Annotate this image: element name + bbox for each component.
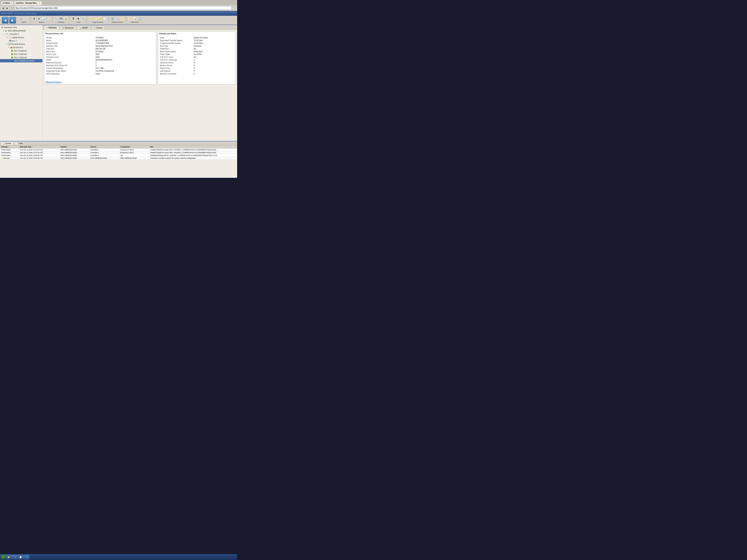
slot3-icon: 🔵 <box>11 59 14 62</box>
sidebar-item-slot3[interactable]: 🔵 Slot 3 (Global Hot Spare) <box>0 59 43 62</box>
partitioned-label: Partitioned <box>159 47 193 50</box>
detail-panel: ≡ Summary 🔍 Resources 📊 SMART 📋 Events <box>43 25 237 141</box>
firmware-label: Firmware Level <box>45 56 95 58</box>
sidebar-slot2-label: Slot 2 (Optimal) <box>14 56 27 58</box>
refresh-button[interactable]: ↻ <box>10 6 14 10</box>
tab-summary[interactable]: ≡ Summary <box>44 26 59 30</box>
system-icon4[interactable]: 📋 <box>46 17 51 21</box>
sidebar-item-logical-devices[interactable]: ▼ 📀 Logical Devices <box>0 36 43 39</box>
sidebar-item-sys[interactable]: 💾 sys ⓘ <box>0 39 43 43</box>
state-value: Global Hot Spare <box>193 36 234 39</box>
col-description[interactable]: Des <box>149 145 237 149</box>
settings-status-panel: Settings and Status State Global Hot Spa… <box>158 31 236 84</box>
bottom-tab-events[interactable]: 📋 Events <box>1 142 14 145</box>
sidebar-item-enterprise[interactable]: 🖥 Enterprise View <box>0 26 43 29</box>
interface-label: Interface Type <box>45 45 95 47</box>
maxcache-icon1[interactable]: ⚡ <box>128 17 132 21</box>
event-datetime-cell: Tue Jun 12 2018 13:41:46 CST <box>19 149 59 151</box>
system-icon1[interactable]: 🖥 <box>32 17 36 21</box>
logical-devices-icon: 📀 <box>8 36 11 39</box>
col-source[interactable]: Source ↕ <box>89 145 119 149</box>
physical-icon2[interactable]: 🔍 <box>115 17 120 21</box>
sidebar-item-controller1[interactable]: ▼ 🔧 Controller 1 <box>0 32 43 36</box>
physical-icon3[interactable]: ⚡ <box>120 17 125 21</box>
controller-label: Controller <box>57 21 65 23</box>
total-size-label: Total Size <box>45 47 95 50</box>
back-button[interactable]: ◀ <box>1 6 5 10</box>
maxcache-icon2[interactable]: 📊 <box>132 17 137 21</box>
status-panel-title: Settings and Status <box>159 33 234 35</box>
tab-summary-label: Summary <box>48 27 57 29</box>
severity-icon: ⚠ <box>1 157 3 159</box>
array-icon3[interactable]: 🔨 <box>81 17 85 21</box>
tab-maxview-close[interactable]: × <box>39 2 40 4</box>
events-table: Severity ↕ Date and Time ↕ System ↕ Sour… <box>0 145 237 160</box>
browser-nav: ◀ ▶ ↻ 🔍 <box>0 5 237 11</box>
tab-cert-error-close[interactable]: × <box>11 2 12 4</box>
tab-cert-error[interactable]: 证书错误 × <box>1 1 14 5</box>
sidebar-item-physical-devices[interactable]: ▼ 💽 Physical Devices <box>0 43 43 46</box>
events-content: Severity ↕ Date and Time ↕ System ↕ Sour… <box>0 145 237 178</box>
nav-arrows: ◀ ▶ <box>0 16 18 24</box>
summary-icon: ≡ <box>47 27 48 29</box>
current-temp-label: Current Temperature <box>45 67 95 70</box>
sidebar-slot0-label: Slot 0 (Optimal) <box>14 50 27 52</box>
table-row-interface: Interface Type Serial Attached SCSI <box>45 45 155 47</box>
enclosure-icon: 📦 <box>10 46 12 49</box>
nav-back-arrow[interactable]: ◀ <box>2 17 8 24</box>
reported-channel-label: Reported Channel <box>45 61 95 64</box>
sidebar-physical-label: Physical Devices <box>11 43 25 45</box>
search-button[interactable]: 🔍 <box>232 6 236 10</box>
event-severity-cell: ℹ Information <box>0 151 19 154</box>
logical-icon4[interactable]: 📝 <box>103 17 107 21</box>
forward-button[interactable]: ▶ <box>5 6 9 10</box>
nav-forward-arrow[interactable]: ▶ <box>9 17 16 24</box>
logical-icon3[interactable]: 🔑 <box>98 17 102 21</box>
sidebar-item-slot2[interactable]: 🟢 Slot 2 (Optimal) <box>0 56 43 59</box>
controller-icon2[interactable]: 💾 <box>59 17 63 21</box>
col-datetime[interactable]: Date and Time ↕ <box>19 145 59 149</box>
boot-type-label: Boot Type <box>159 45 193 47</box>
tab-smart[interactable]: 📊 SMART <box>77 26 91 30</box>
event-component-cell: WIN-L6BREQOVRQD <box>119 157 149 160</box>
parity-errors-value: 0 <box>193 67 234 70</box>
tab-events[interactable]: 📋 Events <box>91 26 105 30</box>
table-row-model: Model AL14SEB090N <box>45 39 155 42</box>
array-icon2[interactable]: ➕ <box>76 17 80 21</box>
sidebar-item-enclosure0[interactable]: ▼ 📦 Enclosure 0 <box>0 46 43 49</box>
tab-resources[interactable]: 🔍 Resources <box>59 26 76 30</box>
maxcache-icon3[interactable]: 🔄 <box>137 17 142 21</box>
system-icon2[interactable]: ⚙ <box>37 17 41 21</box>
advanced-statistics-link[interactable]: Advanced Statistics <box>45 81 61 83</box>
event-severity-cell: ⚠ Warning <box>0 157 19 160</box>
sidebar-controller1-label: Controller 1 <box>9 33 19 35</box>
address-bar[interactable] <box>15 6 232 10</box>
home-icon[interactable]: 🏠 <box>19 17 24 21</box>
col-system[interactable]: System ↕ <box>59 145 89 149</box>
col-description-text: Des <box>150 146 153 148</box>
state-label: State <box>159 36 193 39</box>
table-row-power-states: Supported Power States Full RPM, Powered… <box>45 70 155 73</box>
table-row-write-cache: Write-Cache Status Write Back <box>159 50 234 53</box>
array-icon1[interactable]: 🗄 <box>71 17 76 21</box>
sidebar-item-slot0[interactable]: 🟢 Slot 0 (Optimal) <box>0 49 43 52</box>
logical-icon1[interactable]: 📀 <box>88 17 93 21</box>
system-icon3[interactable]: 📊 <box>42 17 46 21</box>
controller-icon1[interactable]: 🔧 <box>54 17 58 21</box>
home-extra-icon[interactable]: 📋 <box>24 17 28 21</box>
enterprise-icon: 🖥 <box>1 26 3 29</box>
hardware-errors-value: 0 <box>193 61 234 64</box>
col-severity[interactable]: Severity ↕ <box>0 145 19 149</box>
physical-icon1[interactable]: 💽 <box>110 17 115 21</box>
bottom-tab-tasks[interactable]: 📝 Tasks <box>14 142 25 145</box>
logical-icon2[interactable]: 📁 <box>93 17 98 21</box>
tab-maxview[interactable]: maxView - Storage Man... × <box>14 1 42 5</box>
col-component[interactable]: Component ↕ <box>119 145 149 149</box>
status-table: State Global Hot Spare Negotiated Transf… <box>159 36 234 75</box>
device-type-value: HDD <box>95 53 155 56</box>
bottom-events-icon: 📋 <box>3 142 5 144</box>
sidebar-item-server[interactable]: ▼ 🖥 WIN-L6BREQOVRQD <box>0 29 43 32</box>
sidebar-item-slot1[interactable]: 🟢 Slot 1 (Optimal) <box>0 52 43 56</box>
controller-icon3[interactable]: 🔒 <box>63 17 68 21</box>
wwn-value: 50000396483857E4 <box>95 58 155 61</box>
